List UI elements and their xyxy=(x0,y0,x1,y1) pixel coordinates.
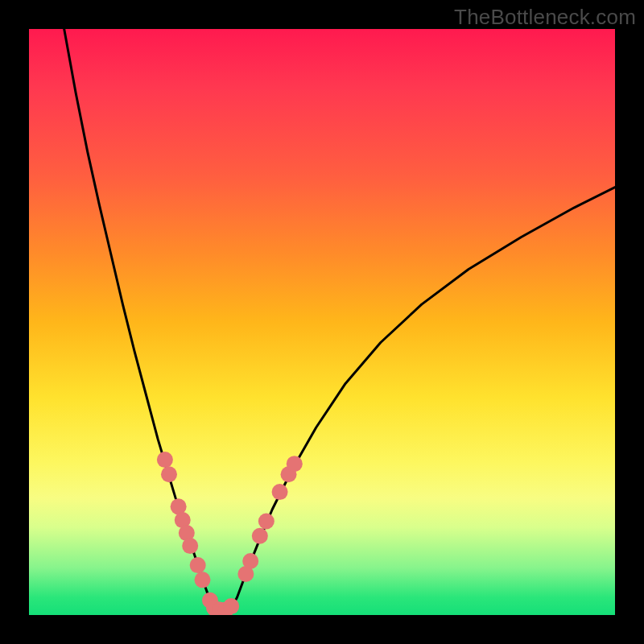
scatter-point xyxy=(161,466,177,482)
scatter-point xyxy=(182,538,198,554)
watermark-text: TheBottleneck.com xyxy=(454,5,636,30)
chart-overlay xyxy=(29,29,615,615)
scatter-layer xyxy=(157,452,303,615)
scatter-point xyxy=(287,456,303,472)
scatter-point xyxy=(242,553,258,569)
curve-left-curve xyxy=(64,29,214,608)
curve-right-curve xyxy=(231,188,615,609)
scatter-point xyxy=(272,484,288,500)
scatter-point xyxy=(157,452,173,468)
scatter-point xyxy=(252,528,268,544)
chart-frame: TheBottleneck.com xyxy=(0,0,644,644)
chart-plot-area xyxy=(29,29,615,615)
scatter-point xyxy=(190,557,206,573)
scatter-point xyxy=(258,514,275,530)
scatter-point xyxy=(194,572,210,588)
curve-layer xyxy=(64,29,615,608)
scatter-point xyxy=(223,598,239,614)
